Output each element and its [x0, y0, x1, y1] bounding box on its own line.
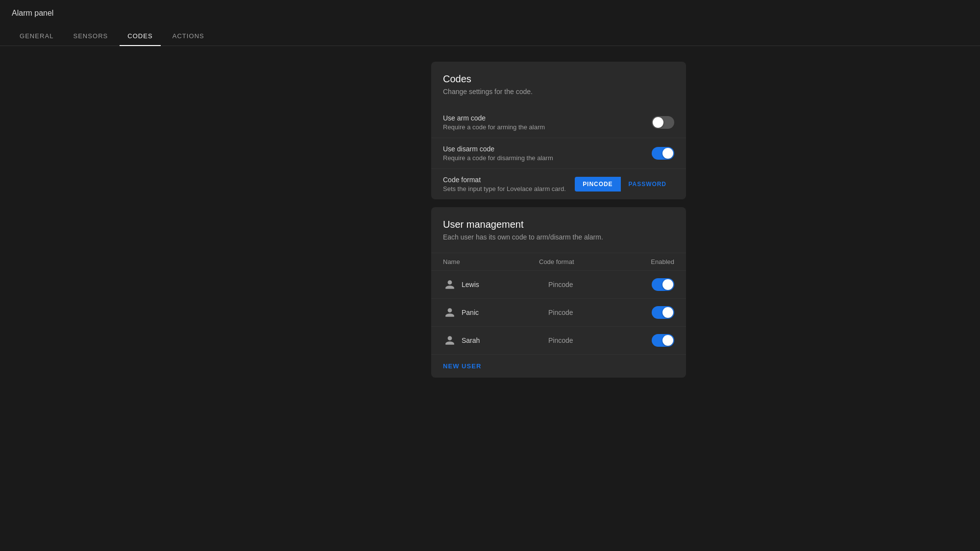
lewis-slider [652, 278, 674, 291]
user-management-header: User management Each user has its own co… [431, 207, 686, 253]
user-format-panic: Pincode [548, 309, 635, 316]
use-disarm-code-text: Use disarm code Require a code for disar… [443, 145, 553, 162]
user-icon-lewis [443, 278, 457, 291]
lewis-toggle[interactable] [652, 278, 674, 291]
user-icon-panic [443, 306, 457, 319]
app-title: Alarm panel [0, 0, 980, 26]
use-disarm-code-row: Use disarm code Require a code for disar… [431, 138, 686, 168]
user-enabled-sarah [635, 334, 674, 347]
codes-panel-subtitle: Change settings for the code. [443, 88, 674, 96]
col-header-enabled: Enabled [635, 258, 674, 265]
user-name-sarah: Sarah [462, 336, 548, 344]
user-format-lewis: Pincode [548, 281, 635, 288]
sarah-slider [652, 334, 674, 347]
pincode-button[interactable]: PINCODE [575, 177, 620, 192]
user-name-panic: Panic [462, 309, 548, 316]
col-header-format: Code format [539, 258, 635, 265]
use-arm-code-slider [652, 116, 674, 129]
user-row-sarah[interactable]: Sarah Pincode [431, 327, 686, 355]
user-row-lewis[interactable]: Lewis Pincode [431, 271, 686, 299]
new-user-button[interactable]: NEW USER [431, 355, 493, 378]
user-row-panic[interactable]: Panic Pincode [431, 299, 686, 327]
use-arm-code-toggle[interactable] [652, 116, 674, 129]
tab-general[interactable]: GENERAL [12, 26, 61, 46]
user-name-lewis: Lewis [462, 281, 548, 288]
user-enabled-lewis [635, 278, 674, 291]
main-content: Codes Change settings for the code. Use … [0, 46, 980, 393]
code-format-desc: Sets the input type for Lovelace alarm c… [443, 185, 566, 192]
tab-sensors[interactable]: SENSORS [65, 26, 116, 46]
user-enabled-panic [635, 306, 674, 319]
password-button[interactable]: PASSWORD [621, 177, 674, 192]
user-table-header: Name Code format Enabled [431, 253, 686, 271]
panels-container: Codes Change settings for the code. Use … [431, 62, 686, 378]
code-format-label: Code format [443, 176, 566, 184]
codes-panel-title: Codes [443, 73, 674, 85]
panic-slider [652, 306, 674, 319]
use-arm-code-row: Use arm code Require a code for arming t… [431, 107, 686, 138]
user-table: Name Code format Enabled Lewis Pincode [431, 253, 686, 378]
use-disarm-code-label: Use disarm code [443, 145, 553, 153]
panic-toggle[interactable] [652, 306, 674, 319]
code-format-row: Code format Sets the input type for Love… [431, 168, 686, 199]
user-format-sarah: Pincode [548, 336, 635, 344]
user-icon-sarah [443, 334, 457, 347]
col-header-name: Name [443, 258, 539, 265]
user-management-subtitle: Each user has its own code to arm/disarm… [443, 233, 674, 241]
user-management-panel: User management Each user has its own co… [431, 207, 686, 378]
use-arm-code-text: Use arm code Require a code for arming t… [443, 114, 545, 131]
use-disarm-code-desc: Require a code for disarming the alarm [443, 154, 553, 162]
codes-panel: Codes Change settings for the code. Use … [431, 62, 686, 199]
use-disarm-code-slider [652, 147, 674, 160]
tab-bar: GENERAL SENSORS CODES ACTIONS [0, 26, 980, 46]
use-arm-code-label: Use arm code [443, 114, 545, 122]
sarah-toggle[interactable] [652, 334, 674, 347]
use-arm-code-desc: Require a code for arming the alarm [443, 123, 545, 131]
code-format-buttons: PINCODE PASSWORD [575, 177, 674, 192]
code-format-text: Code format Sets the input type for Love… [443, 176, 566, 192]
tab-actions[interactable]: ACTIONS [165, 26, 212, 46]
use-disarm-code-toggle[interactable] [652, 147, 674, 160]
tab-codes[interactable]: CODES [120, 26, 160, 46]
codes-panel-header: Codes Change settings for the code. [431, 62, 686, 107]
user-management-title: User management [443, 219, 674, 230]
